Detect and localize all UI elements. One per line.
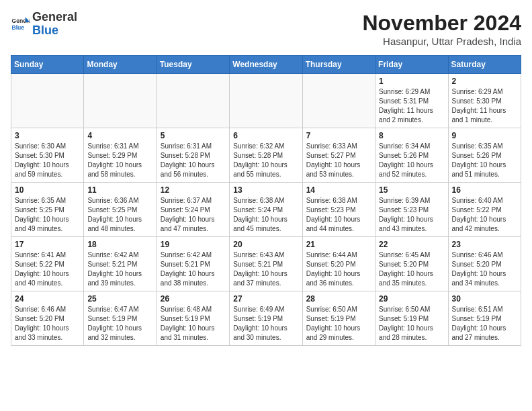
calendar-cell: 21Sunrise: 6:44 AM Sunset: 5:20 PM Dayli… xyxy=(302,237,375,291)
day-info: Sunrise: 6:41 AM Sunset: 5:22 PM Dayligh… xyxy=(15,250,80,288)
calendar-cell: 22Sunrise: 6:45 AM Sunset: 5:20 PM Dayli… xyxy=(375,237,448,291)
calendar-cell: 16Sunrise: 6:40 AM Sunset: 5:22 PM Dayli… xyxy=(448,183,521,237)
logo: General Blue General Blue xyxy=(11,11,77,38)
day-info: Sunrise: 6:42 AM Sunset: 5:21 PM Dayligh… xyxy=(87,250,152,288)
day-info: Sunrise: 6:43 AM Sunset: 5:21 PM Dayligh… xyxy=(233,250,298,288)
day-info: Sunrise: 6:32 AM Sunset: 5:28 PM Dayligh… xyxy=(233,142,298,179)
day-number: 5 xyxy=(161,131,226,140)
calendar-cell: 4Sunrise: 6:31 AM Sunset: 5:29 PM Daylig… xyxy=(84,128,157,183)
day-number: 30 xyxy=(452,294,517,304)
location-subtitle: Hasanpur, Uttar Pradesh, India xyxy=(362,36,521,47)
day-info: Sunrise: 6:29 AM Sunset: 5:30 PM Dayligh… xyxy=(452,87,517,125)
weekday-header-row: SundayMondayTuesdayWednesdayThursdayFrid… xyxy=(11,56,521,74)
day-info: Sunrise: 6:38 AM Sunset: 5:24 PM Dayligh… xyxy=(233,196,298,234)
day-info: Sunrise: 6:51 AM Sunset: 5:19 PM Dayligh… xyxy=(452,305,517,342)
page-header: General Blue General Blue November 2024 … xyxy=(11,11,521,47)
day-info: Sunrise: 6:38 AM Sunset: 5:23 PM Dayligh… xyxy=(306,196,371,234)
day-number: 14 xyxy=(306,185,371,195)
calendar-cell: 13Sunrise: 6:38 AM Sunset: 5:24 PM Dayli… xyxy=(230,183,302,237)
day-info: Sunrise: 6:31 AM Sunset: 5:29 PM Dayligh… xyxy=(87,142,152,179)
week-row-2: 3Sunrise: 6:30 AM Sunset: 5:30 PM Daylig… xyxy=(11,128,521,183)
day-number: 3 xyxy=(15,131,80,140)
day-info: Sunrise: 6:31 AM Sunset: 5:28 PM Dayligh… xyxy=(161,142,226,179)
day-info: Sunrise: 6:29 AM Sunset: 5:31 PM Dayligh… xyxy=(379,87,444,125)
weekday-header-thursday: Thursday xyxy=(302,56,375,74)
day-info: Sunrise: 6:35 AM Sunset: 5:25 PM Dayligh… xyxy=(15,196,80,234)
day-info: Sunrise: 6:33 AM Sunset: 5:27 PM Dayligh… xyxy=(306,142,371,179)
day-info: Sunrise: 6:46 AM Sunset: 5:20 PM Dayligh… xyxy=(15,305,80,342)
calendar-cell: 11Sunrise: 6:36 AM Sunset: 5:25 PM Dayli… xyxy=(84,183,157,237)
day-number: 27 xyxy=(233,294,298,304)
day-info: Sunrise: 6:39 AM Sunset: 5:23 PM Dayligh… xyxy=(379,196,444,234)
day-number: 25 xyxy=(87,294,152,304)
day-number: 21 xyxy=(306,240,371,249)
calendar-cell: 10Sunrise: 6:35 AM Sunset: 5:25 PM Dayli… xyxy=(11,183,84,237)
day-number: 2 xyxy=(452,77,517,86)
day-info: Sunrise: 6:50 AM Sunset: 5:19 PM Dayligh… xyxy=(379,305,444,342)
day-info: Sunrise: 6:48 AM Sunset: 5:19 PM Dayligh… xyxy=(161,305,226,342)
calendar-cell: 3Sunrise: 6:30 AM Sunset: 5:30 PM Daylig… xyxy=(11,128,84,183)
logo-general-text: General xyxy=(32,10,77,24)
calendar-cell: 29Sunrise: 6:50 AM Sunset: 5:19 PM Dayli… xyxy=(375,291,448,346)
calendar-cell: 5Sunrise: 6:31 AM Sunset: 5:28 PM Daylig… xyxy=(157,128,229,183)
calendar-cell: 30Sunrise: 6:51 AM Sunset: 5:19 PM Dayli… xyxy=(448,291,521,346)
day-number: 19 xyxy=(161,240,226,249)
day-number: 7 xyxy=(306,131,371,140)
day-number: 1 xyxy=(379,77,444,86)
calendar-cell: 14Sunrise: 6:38 AM Sunset: 5:23 PM Dayli… xyxy=(302,183,375,237)
weekday-header-sunday: Sunday xyxy=(11,56,84,74)
day-info: Sunrise: 6:46 AM Sunset: 5:20 PM Dayligh… xyxy=(452,250,517,288)
calendar-cell: 2Sunrise: 6:29 AM Sunset: 5:30 PM Daylig… xyxy=(448,74,521,128)
calendar-cell xyxy=(230,74,302,128)
calendar-cell: 27Sunrise: 6:49 AM Sunset: 5:19 PM Dayli… xyxy=(230,291,302,346)
week-row-4: 17Sunrise: 6:41 AM Sunset: 5:22 PM Dayli… xyxy=(11,237,521,291)
day-number: 26 xyxy=(161,294,226,304)
day-number: 28 xyxy=(306,294,371,304)
calendar-cell: 24Sunrise: 6:46 AM Sunset: 5:20 PM Dayli… xyxy=(11,291,84,346)
week-row-1: 1Sunrise: 6:29 AM Sunset: 5:31 PM Daylig… xyxy=(11,74,521,128)
day-number: 22 xyxy=(379,240,444,249)
day-number: 6 xyxy=(233,131,298,140)
day-info: Sunrise: 6:34 AM Sunset: 5:26 PM Dayligh… xyxy=(379,142,444,179)
day-info: Sunrise: 6:49 AM Sunset: 5:19 PM Dayligh… xyxy=(233,305,298,342)
day-info: Sunrise: 6:50 AM Sunset: 5:19 PM Dayligh… xyxy=(306,305,371,342)
day-info: Sunrise: 6:37 AM Sunset: 5:24 PM Dayligh… xyxy=(161,196,226,234)
week-row-5: 24Sunrise: 6:46 AM Sunset: 5:20 PM Dayli… xyxy=(11,291,521,346)
day-number: 8 xyxy=(379,131,444,140)
logo-icon: General Blue xyxy=(11,15,30,34)
calendar-cell: 26Sunrise: 6:48 AM Sunset: 5:19 PM Dayli… xyxy=(157,291,229,346)
day-number: 15 xyxy=(379,185,444,195)
svg-text:Blue: Blue xyxy=(12,24,25,31)
day-number: 17 xyxy=(15,240,80,249)
calendar-cell: 20Sunrise: 6:43 AM Sunset: 5:21 PM Dayli… xyxy=(230,237,302,291)
logo-blue-text: Blue xyxy=(32,24,58,37)
day-info: Sunrise: 6:47 AM Sunset: 5:19 PM Dayligh… xyxy=(87,305,152,342)
day-number: 4 xyxy=(87,131,152,140)
day-number: 18 xyxy=(87,240,152,249)
calendar-cell: 18Sunrise: 6:42 AM Sunset: 5:21 PM Dayli… xyxy=(84,237,157,291)
calendar-cell xyxy=(84,74,157,128)
calendar-cell: 28Sunrise: 6:50 AM Sunset: 5:19 PM Dayli… xyxy=(302,291,375,346)
calendar-cell: 23Sunrise: 6:46 AM Sunset: 5:20 PM Dayli… xyxy=(448,237,521,291)
week-row-3: 10Sunrise: 6:35 AM Sunset: 5:25 PM Dayli… xyxy=(11,183,521,237)
calendar-cell: 15Sunrise: 6:39 AM Sunset: 5:23 PM Dayli… xyxy=(375,183,448,237)
calendar-cell xyxy=(11,74,84,128)
calendar-cell: 19Sunrise: 6:42 AM Sunset: 5:21 PM Dayli… xyxy=(157,237,229,291)
day-number: 12 xyxy=(161,185,226,195)
calendar-cell: 6Sunrise: 6:32 AM Sunset: 5:28 PM Daylig… xyxy=(230,128,302,183)
weekday-header-saturday: Saturday xyxy=(448,56,521,74)
calendar-cell xyxy=(157,74,229,128)
weekday-header-friday: Friday xyxy=(375,56,448,74)
calendar-cell: 25Sunrise: 6:47 AM Sunset: 5:19 PM Dayli… xyxy=(84,291,157,346)
day-info: Sunrise: 6:36 AM Sunset: 5:25 PM Dayligh… xyxy=(87,196,152,234)
month-title: November 2024 xyxy=(362,11,521,36)
day-number: 29 xyxy=(379,294,444,304)
day-info: Sunrise: 6:30 AM Sunset: 5:30 PM Dayligh… xyxy=(15,142,80,179)
title-area: November 2024 Hasanpur, Uttar Pradesh, I… xyxy=(362,11,521,47)
calendar-table: SundayMondayTuesdayWednesdayThursdayFrid… xyxy=(11,55,521,346)
day-number: 11 xyxy=(87,185,152,195)
day-info: Sunrise: 6:42 AM Sunset: 5:21 PM Dayligh… xyxy=(161,250,226,288)
calendar-cell: 1Sunrise: 6:29 AM Sunset: 5:31 PM Daylig… xyxy=(375,74,448,128)
day-number: 24 xyxy=(15,294,80,304)
calendar-cell: 7Sunrise: 6:33 AM Sunset: 5:27 PM Daylig… xyxy=(302,128,375,183)
